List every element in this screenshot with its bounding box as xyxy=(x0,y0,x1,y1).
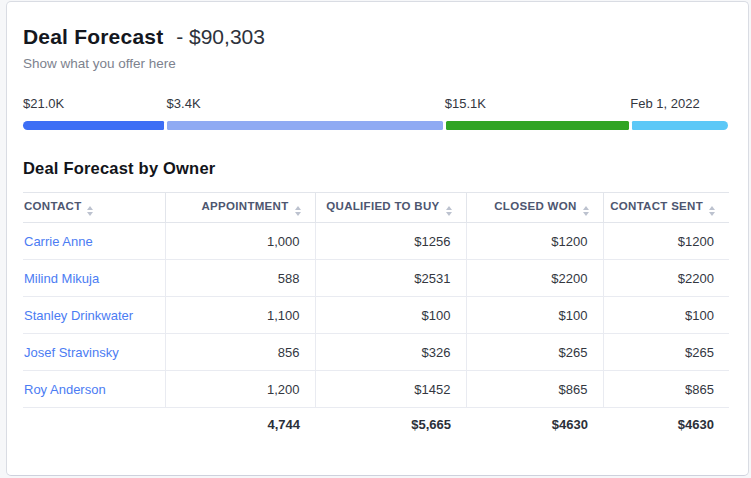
stage-label: $3.4K xyxy=(167,96,445,111)
appointment-cell: 1,200 xyxy=(165,371,315,408)
sort-icon xyxy=(87,206,93,216)
qualified-to-buy-cell: $1452 xyxy=(315,371,466,408)
totals-contact-sent: $4630 xyxy=(603,408,729,441)
qualified-to-buy-cell: $2531 xyxy=(315,260,466,297)
table-row: Carrie Anne 1,000 $1256 $1200 $1200 xyxy=(23,223,729,260)
totals-appointment: 4,744 xyxy=(165,408,315,441)
contact-link[interactable]: Carrie Anne xyxy=(24,234,93,249)
column-header-appointment[interactable]: APPOINTMENT xyxy=(165,193,315,223)
contact-sent-cell: $100 xyxy=(603,297,729,334)
contact-link[interactable]: Josef Stravinsky xyxy=(24,345,119,360)
stage-segment[interactable] xyxy=(167,121,443,130)
qualified-to-buy-cell: $100 xyxy=(315,297,466,334)
sort-icon xyxy=(446,206,452,216)
column-header-label: CLOSED WON xyxy=(494,200,576,212)
column-header-closed-won[interactable]: CLOSED WON xyxy=(466,193,603,223)
totals-empty-cell xyxy=(23,408,165,441)
column-header-label: CONTACT SENT xyxy=(610,200,703,212)
qualified-to-buy-cell: $1256 xyxy=(315,223,466,260)
column-header-label: QUALIFIED TO BUY xyxy=(326,200,439,212)
appointment-cell: 1,000 xyxy=(165,223,315,260)
contact-sent-cell: $2200 xyxy=(603,260,729,297)
table-header-row: CONTACT APPOINTMENT QUALIFIED TO BUY CLO… xyxy=(23,193,729,223)
deal-stage-progress: $21.0K $3.4K $15.1K Feb 1, 2022 xyxy=(23,96,729,130)
contact-sent-cell: $865 xyxy=(603,371,729,408)
column-header-qualified-to-buy[interactable]: QUALIFIED TO BUY xyxy=(315,193,466,223)
totals-qualified-to-buy: $5,665 xyxy=(315,408,466,441)
table-row: Roy Anderson 1,200 $1452 $865 $865 xyxy=(23,371,729,408)
column-header-label: APPOINTMENT xyxy=(202,200,289,212)
closed-won-cell: $265 xyxy=(466,334,603,371)
contact-link[interactable]: Stanley Drinkwater xyxy=(24,308,133,323)
sort-icon xyxy=(583,206,589,216)
column-header-contact[interactable]: CONTACT xyxy=(23,193,165,223)
page-title-text: Deal Forecast xyxy=(23,25,163,48)
deal-forecast-card: Deal Forecast - $90,303 Show what you of… xyxy=(6,1,749,476)
closed-won-cell: $865 xyxy=(466,371,603,408)
page-title: Deal Forecast - $90,303 xyxy=(23,23,729,51)
totals-row: 4,744 $5,665 $4630 $4630 xyxy=(23,408,729,441)
qualified-to-buy-cell: $326 xyxy=(315,334,466,371)
stage-label: $21.0K xyxy=(23,96,167,111)
stage-label: $15.1K xyxy=(445,96,630,111)
page-title-amount: - $90,303 xyxy=(176,25,265,48)
appointment-cell: 1,100 xyxy=(165,297,315,334)
appointment-cell: 856 xyxy=(165,334,315,371)
contact-link[interactable]: Milind Mikuja xyxy=(24,271,99,286)
contact-sent-cell: $1200 xyxy=(603,223,729,260)
table-row: Josef Stravinsky 856 $326 $265 $265 xyxy=(23,334,729,371)
column-header-label: CONTACT xyxy=(24,200,81,212)
closed-won-cell: $100 xyxy=(466,297,603,334)
page-subtitle: Show what you offer here xyxy=(23,56,729,71)
contact-link[interactable]: Roy Anderson xyxy=(24,382,106,397)
stage-segment[interactable] xyxy=(23,121,164,130)
deal-stage-progress-bar xyxy=(23,121,729,130)
deal-forecast-table: CONTACT APPOINTMENT QUALIFIED TO BUY CLO… xyxy=(23,192,729,441)
appointment-cell: 588 xyxy=(165,260,315,297)
stage-segment[interactable] xyxy=(446,121,629,130)
contact-sent-cell: $265 xyxy=(603,334,729,371)
closed-won-cell: $1200 xyxy=(466,223,603,260)
stage-label: Feb 1, 2022 xyxy=(630,96,729,111)
closed-won-cell: $2200 xyxy=(466,260,603,297)
table-row: Milind Mikuja 588 $2531 $2200 $2200 xyxy=(23,260,729,297)
section-title: Deal Forecast by Owner xyxy=(23,159,729,178)
stage-segment[interactable] xyxy=(632,121,728,130)
sort-icon xyxy=(709,206,715,216)
column-header-contact-sent[interactable]: CONTACT SENT xyxy=(603,193,729,223)
totals-closed-won: $4630 xyxy=(466,408,603,441)
table-row: Stanley Drinkwater 1,100 $100 $100 $100 xyxy=(23,297,729,334)
stage-labels-row: $21.0K $3.4K $15.1K Feb 1, 2022 xyxy=(23,96,729,111)
sort-icon xyxy=(295,206,301,216)
